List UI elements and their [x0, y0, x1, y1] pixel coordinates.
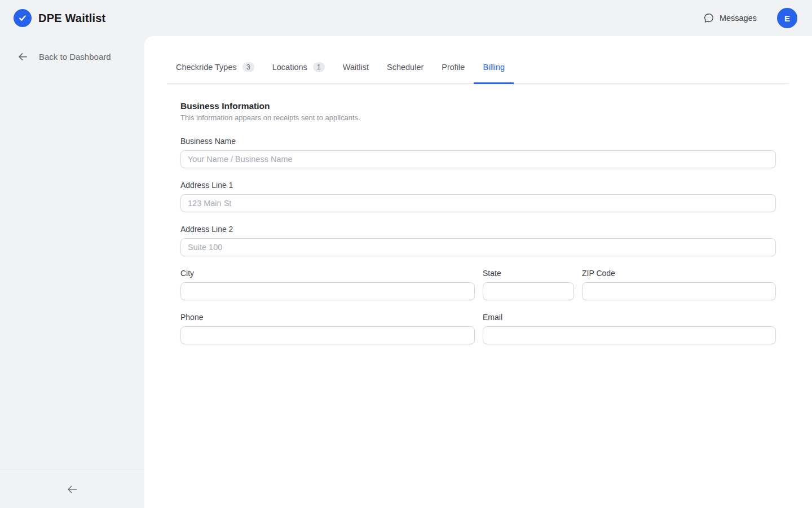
back-to-dashboard-label: Back to Dashboard — [39, 52, 111, 62]
avatar-initial: E — [784, 14, 790, 23]
zip-code-input[interactable] — [582, 282, 776, 300]
city-field-group: City — [180, 268, 475, 300]
check-icon — [14, 9, 32, 27]
email-input[interactable] — [483, 326, 776, 344]
sidebar: Back to Dashboard — [0, 36, 144, 508]
tab-locations[interactable]: Locations 1 — [263, 62, 334, 83]
state-label: State — [483, 268, 574, 278]
phone-label: Phone — [180, 312, 475, 322]
address-line-2-label: Address Line 2 — [180, 224, 776, 234]
collapse-sidebar-button[interactable] — [63, 480, 82, 499]
sidebar-footer — [0, 470, 144, 508]
tab-waitlist[interactable]: Waitlist — [334, 62, 378, 83]
billing-form: Business Information This information ap… — [167, 84, 789, 356]
city-state-zip-row: City State ZIP Code — [180, 268, 776, 312]
state-input[interactable] — [483, 282, 574, 300]
tab-label: Waitlist — [343, 62, 369, 72]
tab-label: Profile — [442, 62, 465, 72]
tab-label: Checkride Types — [176, 62, 237, 72]
email-field-group: Email — [483, 312, 776, 344]
business-name-field-group: Business Name — [180, 136, 776, 168]
address-line-2-input[interactable] — [180, 238, 776, 256]
arrow-left-icon — [17, 51, 29, 63]
app-title: DPE Waitlist — [38, 12, 105, 25]
messages-label: Messages — [720, 14, 757, 23]
tab-label: Locations — [272, 62, 307, 72]
phone-input[interactable] — [180, 326, 475, 344]
zip-code-field-group: ZIP Code — [582, 268, 776, 300]
main-card: Checkride Types 3 Locations 1 Waitlist S… — [144, 36, 812, 508]
address-line-1-input[interactable] — [180, 194, 776, 212]
section-title: Business Information — [180, 100, 776, 111]
address-line-1-field-group: Address Line 1 — [180, 180, 776, 212]
city-input[interactable] — [180, 282, 475, 300]
tab-billing[interactable]: Billing — [474, 62, 514, 83]
tab-profile[interactable]: Profile — [433, 62, 474, 83]
tab-count-badge: 1 — [313, 62, 325, 72]
business-name-input[interactable] — [180, 150, 776, 168]
back-to-dashboard-button[interactable]: Back to Dashboard — [17, 51, 111, 63]
tab-scheduler[interactable]: Scheduler — [378, 62, 433, 83]
header-actions: Messages E — [703, 8, 797, 28]
arrow-left-icon — [66, 483, 78, 496]
section-description: This information appears on receipts sen… — [180, 113, 776, 122]
chat-bubble-icon — [703, 12, 714, 24]
user-avatar[interactable]: E — [777, 8, 797, 28]
tab-count-badge: 3 — [242, 62, 254, 72]
address-line-2-field-group: Address Line 2 — [180, 224, 776, 256]
phone-email-row: Phone Email — [180, 312, 776, 356]
business-name-label: Business Name — [180, 136, 776, 146]
app-brand: DPE Waitlist — [14, 9, 105, 27]
email-label: Email — [483, 312, 776, 322]
messages-button[interactable]: Messages — [703, 12, 757, 24]
form-fields: Business Name Address Line 1 Address Lin… — [180, 136, 776, 356]
zip-code-label: ZIP Code — [582, 268, 776, 278]
tab-checkride-types[interactable]: Checkride Types 3 — [167, 62, 263, 83]
address-line-1-label: Address Line 1 — [180, 180, 776, 190]
phone-field-group: Phone — [180, 312, 475, 344]
tab-label: Scheduler — [387, 62, 423, 72]
tab-label: Billing — [483, 62, 505, 72]
state-field-group: State — [483, 268, 574, 300]
app-layout: Back to Dashboard Checkride Types 3 Loca… — [0, 36, 812, 508]
app-header: DPE Waitlist Messages E — [0, 0, 812, 36]
tab-bar: Checkride Types 3 Locations 1 Waitlist S… — [167, 36, 789, 84]
city-label: City — [180, 268, 475, 278]
